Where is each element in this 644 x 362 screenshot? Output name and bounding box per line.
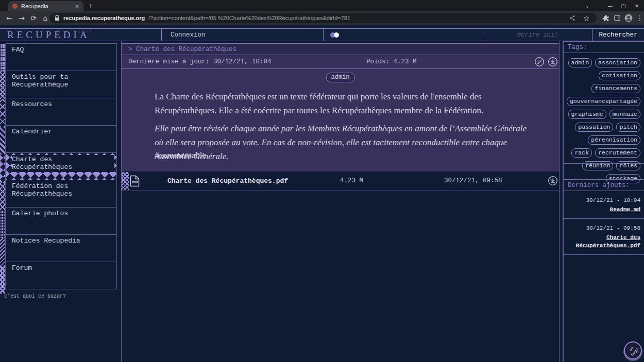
tags-title: Tags: [564,41,644,53]
pattern-galerie [0,210,5,238]
paragraph-1: La Charte des Récupérathèques est un tex… [155,90,529,117]
tag-financements[interactable]: financements [591,84,640,93]
recent-entry-date: 30/12/21 - 10:04 [586,197,640,203]
svg-text:PDF: PDF [132,181,138,184]
url-bar[interactable]: recupedia.recuperatheque.org /?action=co… [49,13,597,23]
tag-roles[interactable]: rôles [616,161,640,170]
tag-gouvernancepartagee[interactable]: gouvernancepartagée [567,97,640,106]
pattern-calendrier [0,127,5,154]
admin-tag[interactable]: admin [326,73,354,82]
article-content: admin La Charte des Récupérathèques est … [122,69,559,171]
sidebar-item-calendrier[interactable]: Calendrier [5,125,117,153]
bug-report-button[interactable]: un bug? [624,341,642,359]
minimize-button[interactable]: — [604,0,616,11]
edit-icon[interactable] [534,57,545,67]
tag-pitch[interactable]: pitch [616,123,640,132]
recent-entry-date: 30/12/21 - 09:58 [586,225,640,231]
back-icon[interactable]: ← [4,13,14,23]
pattern-forum [0,266,5,294]
pattern-federation [0,182,5,210]
tag-monnaie[interactable]: monnaie [609,110,640,119]
url-path: /?action=content&path=/05.%20Charte%20de… [148,15,564,21]
breadcrumb[interactable]: > Charte des Récupérathèques [122,43,559,55]
site-header: RECUPEDIA BÊTA Connexion Rechercher [0,28,644,41]
tab-close-icon[interactable]: ✕ [75,4,79,9]
reload-icon[interactable]: ⟳ [28,13,39,23]
file-size: 4.23 M [340,177,363,184]
file-row-pattern [122,172,129,190]
hashtag-commentable[interactable]: #commentable [155,150,206,161]
tag-cotisation[interactable]: cotisation [599,71,640,80]
file-date: 30/12/21, 09:58 [444,177,502,184]
sidebar-item-ressources[interactable]: Ressources [5,98,117,126]
tag-graphisme[interactable]: graphisme [568,110,606,119]
tab-bar: Recupedia ✕ + ⌄ — ▢ ✕ [0,0,644,11]
pattern-ressources [0,99,5,127]
browser-toolbar: ← → ⟳ ⌂ recupedia.recuperatheque.org /?a… [0,11,644,25]
tag-admin[interactable]: admin [568,58,592,67]
bookmark-star-icon[interactable] [581,13,591,23]
pattern-charte [0,154,5,182]
profile-avatar[interactable] [623,13,634,23]
tag-perennisation[interactable]: pérennisation [588,135,640,145]
favicon-icon [12,4,18,9]
sidebar-item-forum[interactable]: Forum [5,262,117,289]
forward-icon[interactable]: → [16,13,27,23]
lock-icon [55,15,60,21]
new-tab-button[interactable]: + [89,2,93,10]
last-update: Dernière mise à jour: 30/12/21, 10:04 [128,58,272,65]
theme-toggle[interactable] [323,29,483,41]
search-section [483,29,592,41]
recent-entry-link[interactable]: Charte des Récupérathèques.pdf [567,233,640,250]
sidebar-item-faq[interactable]: FAQ [5,43,117,71]
connexion-button[interactable]: Connexion [161,29,323,41]
sidebar-item-notices[interactable]: Notices Recupedia [5,234,117,262]
recent-entry-link[interactable]: Readme.md [567,205,640,214]
extensions-icon[interactable] [601,13,611,23]
share-icon[interactable] [567,13,578,23]
tab-search-chevron-icon[interactable]: ⌄ [581,0,594,11]
side-panel-icon[interactable] [612,13,622,23]
search-button[interactable]: Rechercher [592,29,644,41]
browser-tab[interactable]: Recupedia ✕ [8,1,83,11]
maximize-button[interactable]: ▢ [617,0,630,11]
close-button[interactable]: ✕ [631,0,643,11]
file-row[interactable]: PDF Charte des Récupérathèques.pdf 4.23 … [122,172,559,191]
weight: Poids: 4.23 M [366,58,417,65]
pattern-outils [0,71,5,99]
sidebar-item-federation[interactable]: Fédération des Récupérathèques [5,180,117,208]
tag-recrutement[interactable]: recrutement [595,148,640,158]
pdf-file-icon: PDF [130,175,140,187]
paragraph-2: Elle peut être révisée chaque année par … [155,122,529,164]
home-icon[interactable]: ⌂ [40,13,50,23]
theme-toggle-dot-light [334,32,339,38]
tag-list: admin association cotisation financement… [564,53,644,164]
sidebar-item-outils[interactable]: Outils pour ta Récupérathèque [5,71,117,98]
divider-right-gutter [559,41,563,362]
tag-reunion[interactable]: réunion [582,161,613,170]
tab-title: Recupedia [21,3,72,9]
recent-entry: 30/12/21 - 09:58 Charte des Récupérathèq… [564,219,644,255]
sidebar-item-charte[interactable]: Charte des Récupérathèques [5,152,117,180]
recent-title: Derniers ajouts: [564,179,644,191]
right-sidebar: Tags: admin association cotisation finan… [563,41,644,362]
url-domain: recupedia.recuperatheque.org [63,15,145,21]
sidebar-item-galerie[interactable]: Galerie photos [5,207,117,235]
search-input[interactable] [483,31,592,39]
meta-row: Dernière mise à jour: 30/12/21, 10:04 Po… [122,55,559,69]
download-all-icon[interactable] [548,57,558,67]
file-name[interactable]: Charte des Récupérathèques.pdf [167,177,288,185]
tag-passation[interactable]: passation [575,123,613,132]
site-logo[interactable]: RECUPEDIA [0,29,90,41]
file-download-icon[interactable] [548,176,558,186]
beta-badge: BÊTA [78,30,93,34]
sidebar-footer-link[interactable]: c'est quoi ce bazar? [4,294,66,299]
browser-window: Recupedia ✕ + ⌄ — ▢ ✕ ← → ⟳ ⌂ recupedia.… [0,0,644,362]
tag-rack[interactable]: rack [571,148,592,158]
menu-kebab-icon[interactable]: ⋮ [635,13,644,23]
recent-entry: 30/12/21 - 10:04 Readme.md [564,191,644,219]
pattern-notices [0,238,5,266]
tag-association[interactable]: association [595,58,640,67]
pattern-faq [0,43,5,71]
